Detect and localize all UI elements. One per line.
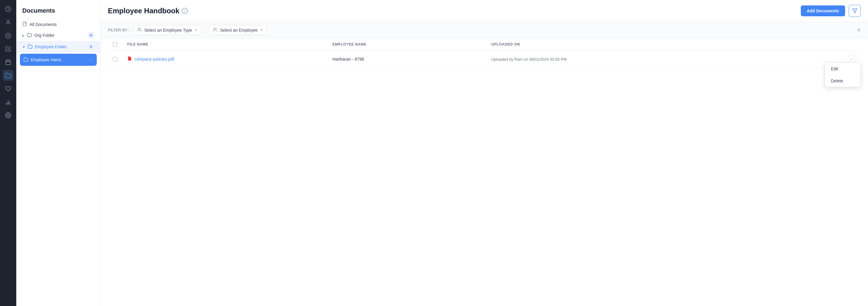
icon-navigation [0,0,16,306]
filter-by-label: FILTER BY : [108,28,130,32]
row-actions: ··· [800,55,856,63]
sidebar-item-employee-folder[interactable]: ▼ Employee Folder + [16,41,100,53]
sidebar-title: Documents [16,5,100,19]
all-documents-label: All Documents [30,22,57,27]
all-documents-icon [22,22,27,27]
add-documents-button[interactable]: Add Documents [801,5,845,16]
employee-name-header: EMPLOYEE NAME [328,38,487,51]
svg-point-16 [214,28,216,29]
table-row: company-policies.pdf Hariharan - 8798 Up… [108,51,861,68]
employee-type-placeholder: Select an Employee Type [144,28,192,33]
close-filter-button[interactable]: ✕ [857,27,861,33]
context-menu: Edit Delete [825,62,861,87]
header-actions: Add Documents [801,5,861,17]
svg-rect-5 [6,60,10,64]
handbook-folder-icon [24,57,28,63]
employee-folder-label: Employee Folder [35,44,67,49]
sidebar-item-org-folder[interactable]: ▶ Org Folder + [16,30,100,41]
file-name-link[interactable]: company-policies.pdf [127,56,323,62]
select-all-checkbox[interactable] [113,42,118,47]
handbook-more-button[interactable]: ··· [86,56,93,63]
svg-point-1 [7,20,9,22]
employee-handbook-label: Employee Hand... [31,57,64,62]
employee-select[interactable]: Select an Employee ▼ [209,25,267,35]
org-folder-label: Org Folder [34,33,55,38]
pdf-icon [127,56,132,62]
nav-plus-icon[interactable] [3,30,13,41]
org-folder-icon [27,33,32,38]
context-menu-edit[interactable]: Edit [825,63,861,75]
page-title: Employee Handbook i [108,7,188,15]
svg-point-13 [7,115,9,116]
org-folder-add-button[interactable]: + [88,32,94,38]
filter-button[interactable] [849,5,861,17]
filter-bar: FILTER BY : Select an Employee Type ▼ Se… [101,22,868,38]
sidebar-item-employee-handbook[interactable]: Employee Hand... ··· [20,54,97,66]
org-folder-chevron-icon: ▶ [22,34,25,37]
nav-clock-icon[interactable] [3,4,13,15]
employee-type-icon [137,27,142,33]
file-name-text: company-policies.pdf [134,57,174,61]
employee-chevron-icon: ▼ [260,28,263,32]
svg-point-15 [138,28,140,29]
context-menu-delete[interactable]: Delete [825,75,861,87]
sidebar: Documents All Documents ▶ Org Folder + ▼… [16,0,101,306]
employee-placeholder: Select an Employee [220,28,258,33]
employee-type-select[interactable]: Select an Employee Type ▼ [133,25,201,35]
table-checkbox-header [108,38,122,51]
nav-folder-icon[interactable] [3,70,13,81]
employee-name-cell: Hariharan - 8798 [328,51,487,68]
nav-person-icon[interactable] [3,17,13,28]
main-content: Employee Handbook i Add Documents FILTER… [101,0,868,306]
sidebar-item-all-documents[interactable]: All Documents [16,19,100,30]
nav-checklist-icon[interactable] [3,44,13,54]
row-more-actions-button[interactable]: ··· [847,55,856,63]
nav-settings-icon[interactable] [3,110,13,121]
documents-table: FILE NAME EMPLOYEE NAME UPLOADED ON [108,38,861,68]
main-header: Employee Handbook i Add Documents [101,0,868,22]
employee-icon [213,27,218,33]
table-container: FILE NAME EMPLOYEE NAME UPLOADED ON [101,38,868,306]
actions-header [795,38,861,51]
uploaded-on-header: UPLOADED ON [487,38,795,51]
nav-calendar-icon[interactable] [3,57,13,67]
employee-folder-add-button[interactable]: + [88,44,94,50]
svg-marker-14 [852,9,857,13]
employee-folder-icon [28,44,33,50]
nav-heart-icon[interactable] [3,83,13,94]
uploaded-on-cell: Uploaded by Ram on 08/01/2024 03:50 PM [491,57,567,61]
nav-chart-icon[interactable] [3,96,13,107]
row-checkbox[interactable] [113,57,118,61]
file-name-header: FILE NAME [122,38,328,51]
employee-folder-chevron-icon: ▼ [22,45,25,49]
info-icon[interactable]: i [182,8,188,14]
employee-type-chevron-icon: ▼ [194,28,197,32]
filter-divider [205,27,205,34]
